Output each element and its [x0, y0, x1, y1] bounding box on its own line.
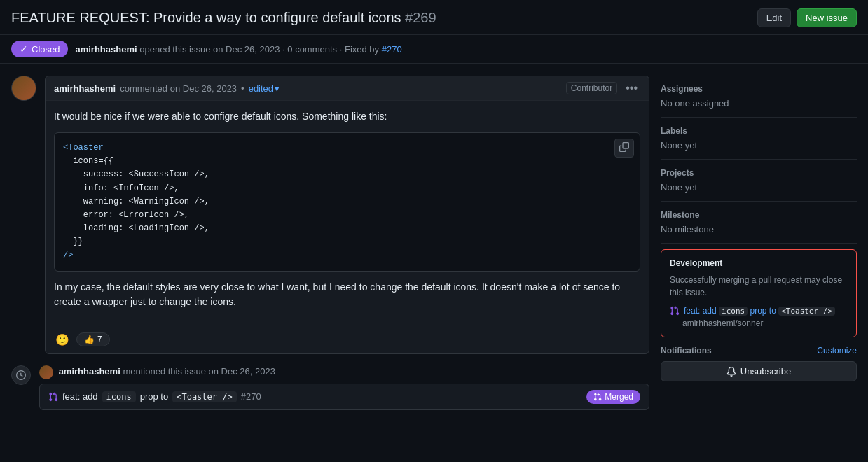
meta-action: opened this issue on Dec 26, 2023 [139, 44, 280, 55]
code-line: icons={{ [63, 155, 631, 168]
development-description: Successfully merging a pull request may … [670, 274, 848, 299]
pr-icons-tag: icons [102, 391, 136, 402]
comment-actions-right: Contributor ••• [566, 82, 640, 94]
header-actions: Edit New issue [757, 8, 857, 27]
timeline: amirhhashemi commented on Dec 26, 2023 •… [11, 76, 649, 445]
page-header: FEATURE REQUEST: Provide a way to config… [0, 0, 868, 35]
pr-feat-text: feat: add [62, 391, 98, 402]
development-title: Development [670, 258, 848, 268]
assignees-section: Assignees No one assigned [661, 76, 857, 118]
pr-number: #270 [241, 391, 261, 402]
thumbsup-count: 7 [97, 335, 102, 344]
code-line: <Toaster [63, 141, 631, 155]
copy-code-button[interactable] [614, 139, 634, 158]
thumbsup-icon: 👍 [84, 335, 95, 344]
new-issue-button[interactable]: New issue [797, 8, 857, 27]
pr-prop-text: prop to [140, 391, 168, 402]
comment-author[interactable]: amirhhashemi [54, 83, 116, 94]
labels-section: Labels None yet [661, 118, 857, 160]
projects-title: Projects [661, 168, 857, 178]
issue-meta-bar: ✓ Closed amirhhashemi opened this issue … [0, 35, 868, 64]
edit-button[interactable]: Edit [757, 8, 791, 27]
comment-header-left: amirhhashemi commented on Dec 26, 2023 •… [54, 83, 280, 94]
meta-fixed-by: Fixed by [345, 44, 379, 55]
unsubscribe-label: Unsubscribe [740, 366, 791, 377]
code-line: loading: <LoadingIcon />, [63, 222, 631, 235]
contributor-badge: Contributor [566, 82, 617, 94]
code-line: success: <SuccessIcon />, [63, 168, 631, 181]
pr-title: feat: add icons prop to <Toaster /> #270 [48, 391, 261, 402]
mention-text: amirhhashemi mentioned this issue on Dec… [39, 365, 649, 379]
milestone-section: Milestone No milestone [661, 202, 857, 244]
code-line: warning: <WarningIcon />, [63, 195, 631, 209]
comment-header: amirhhashemi commented on Dec 26, 2023 •… [46, 76, 649, 101]
pr-reference: feat: add icons prop to <Toaster /> #270… [39, 384, 649, 410]
add-reaction-button[interactable]: 🙂 [54, 332, 71, 348]
mention-icon [11, 365, 31, 385]
thumbsup-button[interactable]: 👍 7 [76, 332, 110, 346]
mention-avatar [39, 365, 53, 379]
pr-toaster-tag: <Toaster /> [172, 391, 236, 402]
dev-pr-repo: amirhhashemi/sonner [682, 318, 848, 328]
assignees-value: No one assigned [661, 98, 857, 108]
check-icon: ✓ [20, 43, 28, 55]
comment-intro-text: It would be nice if we were able to conf… [54, 109, 640, 124]
comment-footer: 🙂 👍 7 [46, 326, 649, 354]
fix-pr-link[interactable]: #270 [382, 44, 402, 55]
labels-value: None yet [661, 140, 857, 150]
issue-meta-text: amirhhashemi opened this issue on Dec 26… [75, 44, 401, 55]
code-line: /> [63, 249, 631, 262]
dev-pr-text: feat: add icons prop to <Toaster /> [684, 306, 835, 316]
code-line: info: <InfoIcon />, [63, 182, 631, 195]
mention-action: mentioned this issue on Dec 26, 2023 [123, 366, 275, 377]
avatar [11, 76, 36, 101]
issue-title-text: FEATURE REQUEST: Provide a way to config… [11, 10, 401, 25]
comment-content: It would be nice if we were able to conf… [46, 101, 649, 326]
code-block: <Toaster icons={{ success: <SuccessIcon … [54, 132, 640, 272]
chevron-down-icon: ▾ [275, 83, 280, 94]
code-line: }} [63, 235, 631, 248]
mention-body: amirhhashemi mentioned this issue on Dec… [39, 365, 649, 410]
edited-label: edited [249, 83, 273, 94]
comment-body-text: In my case, the default styles are very … [54, 280, 640, 309]
merged-label: Merged [605, 392, 633, 402]
assignees-title: Assignees [661, 84, 857, 94]
status-badge: ✓ Closed [11, 41, 68, 57]
status-text: Closed [32, 44, 60, 55]
mention-event: amirhhashemi mentioned this issue on Dec… [11, 363, 649, 410]
notifications-header: Notifications Customize [661, 346, 857, 356]
comment-block: amirhhashemi commented on Dec 26, 2023 •… [11, 76, 649, 354]
unsubscribe-button[interactable]: Unsubscribe [661, 361, 857, 382]
edited-dropdown[interactable]: edited ▾ [249, 83, 280, 94]
sidebar: Assignees No one assigned Labels None ye… [661, 76, 857, 445]
customize-link[interactable]: Customize [817, 346, 857, 356]
comment-body: amirhhashemi commented on Dec 26, 2023 •… [45, 76, 649, 354]
more-options-button[interactable]: ••• [623, 82, 640, 94]
merged-badge: Merged [586, 390, 640, 404]
issue-number: #269 [405, 10, 436, 25]
main-content: amirhhashemi commented on Dec 26, 2023 •… [0, 64, 868, 456]
comment-timestamp: commented on Dec 26, 2023 [120, 83, 237, 94]
projects-value: None yet [661, 182, 857, 192]
meta-comments: 0 comments [287, 44, 337, 55]
code-line: error: <ErrorIcon />, [63, 209, 631, 222]
development-section: Development Successfully merging a pull … [661, 249, 857, 337]
mention-author[interactable]: amirhhashemi [59, 366, 120, 377]
milestone-title: Milestone [661, 210, 857, 220]
avatar-image [12, 76, 36, 101]
milestone-value: No milestone [661, 224, 857, 234]
projects-section: Projects None yet [661, 160, 857, 202]
labels-title: Labels [661, 126, 857, 136]
issue-title: FEATURE REQUEST: Provide a way to config… [11, 10, 746, 26]
notifications-title: Notifications [661, 346, 712, 356]
dev-pr-link[interactable]: feat: add icons prop to <Toaster /> [670, 306, 848, 316]
notifications-section: Notifications Customize Unsubscribe [661, 337, 857, 390]
meta-author: amirhhashemi [75, 44, 137, 55]
